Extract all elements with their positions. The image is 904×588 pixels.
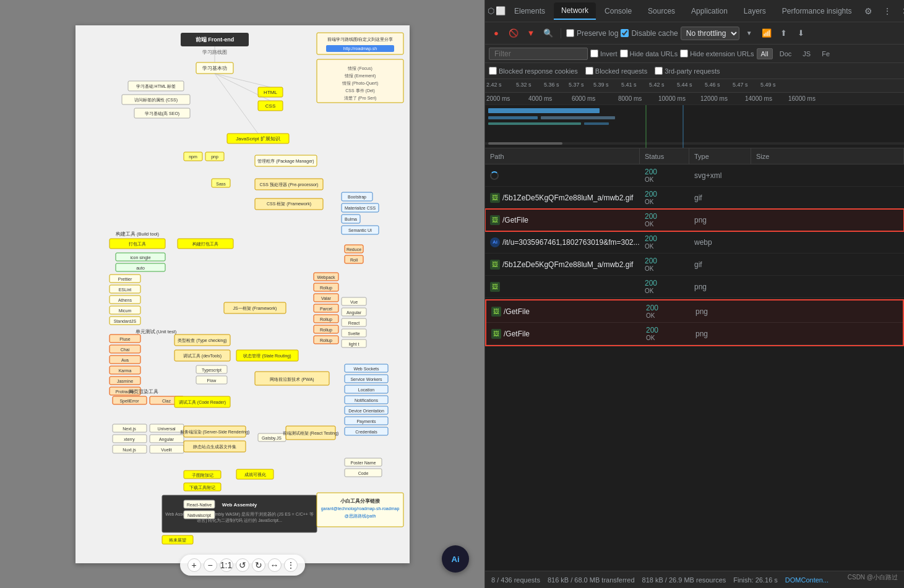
throttle-down-icon[interactable]: ▼ [742,26,757,41]
svg-text:Gatsby.JS: Gatsby.JS [262,436,282,441]
svg-text:Next.js: Next.js [123,427,136,432]
blocked-response-cookies-checkbox[interactable] [489,67,497,75]
more-button[interactable]: ⋮ [284,558,298,572]
zoom-fit-button[interactable]: 1:1 [220,558,233,572]
svg-text:Chai: Chai [120,347,129,352]
svg-text:Prettier: Prettier [118,277,132,281]
filter-toggle-button[interactable]: ▼ [523,26,538,41]
tick-1: 5.32 s [516,82,532,88]
settings-icon-button[interactable]: ⚙ [861,3,877,19]
tab-console[interactable]: Console [597,3,639,19]
th-size[interactable]: Size [751,148,904,164]
undo-button[interactable]: ↺ [236,558,249,572]
zoom-in-button[interactable]: + [187,558,201,572]
image-icon: 🖼 [490,282,500,292]
ai-badge[interactable]: Ai [442,545,469,573]
requests-table[interactable]: 200 OK svg+xml 🖼 /5b1ZeDe5KgQFm2e88luM_a… [485,164,904,571]
loading-spinner-icon [490,171,499,180]
row-6-path: 🖼 [485,276,640,297]
disable-cache-checkbox[interactable] [621,29,629,37]
hide-data-urls-label[interactable]: Hide data URLs [620,49,678,58]
filter-input[interactable] [489,48,588,60]
row-1-type: svg+xml [689,164,751,186]
throttle-select[interactable]: No throttling [681,27,739,40]
svg-text:网络前沿新技术 (PWA): 网络前沿新技术 (PWA) [270,377,314,382]
row-6-status: 200 OK [640,276,689,297]
svg-text:xterry: xterry [124,437,135,442]
svg-text:服务端渲染 (Server-Side Rendering): 服务端渲染 (Server-Side Rendering) [179,430,249,435]
invert-checkbox[interactable] [590,49,598,58]
tab-performance-insights[interactable]: Performance insights [775,3,859,19]
clear-button[interactable]: 🚫 [506,26,521,41]
filter-doc-button[interactable]: Doc [775,48,796,59]
filter-all-button[interactable]: All [757,48,773,59]
move-button[interactable]: ↔ [268,558,282,572]
table-row[interactable]: 200 OK svg+xml [485,164,904,187]
th-status[interactable]: Status [640,148,689,164]
tab-sources[interactable]: Sources [640,3,682,19]
svg-text:静态站点生成器文件集: 静态站点生成器文件集 [193,445,236,450]
preserve-log-label[interactable]: Preserve log [566,29,618,38]
svg-text:调试工具 (devTools): 调试工具 (devTools) [183,354,221,359]
table-row[interactable]: 🖼 /GetFile 200 OK png [486,323,903,345]
svg-text:Webpack: Webpack [317,275,335,280]
svg-rect-192 [488,116,538,119]
devtools-tabs: ⬡ ⬜ Elements Network Console Sources App… [485,0,904,22]
disable-cache-label[interactable]: Disable cache [621,29,678,38]
zoom-out-button[interactable]: − [204,558,217,572]
blocked-requests-label[interactable]: Blocked requests [585,67,647,75]
row-5-path: 🖼 /5b1ZeDe5KgQFm2e88luM_a/mwb2.gif [485,254,640,275]
row-3-path: 🖼 /GetFile [485,209,640,231]
table-row[interactable]: 🖼 /5b1ZeDe5KgQFm2e88luM_a/mwb2.gif 200 O… [485,254,904,276]
third-party-requests-checkbox[interactable] [655,67,663,75]
row-2-type: gif [689,187,751,208]
hide-extension-urls-checkbox[interactable] [680,49,688,58]
table-row[interactable]: 🖼 200 OK png [485,276,904,298]
filter-fe-button[interactable]: Fe [817,48,834,59]
blocked-requests-checkbox[interactable] [585,67,593,75]
highlighted-group: 🖼 /GetFile 200 OK png 🖼 /GetFile [485,299,904,346]
svg-text:单元测试 (Unit test): 单元测试 (Unit test) [135,329,176,334]
wifi-icon-button[interactable]: 📶 [759,26,774,41]
close-devtools-button[interactable]: ✕ [898,3,904,19]
tab-layers[interactable]: Layers [736,3,773,19]
filter-js-button[interactable]: JS [798,48,815,59]
more-tools-button[interactable]: ⋮ [879,3,895,19]
record-button[interactable]: ● [489,26,504,41]
tab-elements[interactable]: Elements [507,3,553,19]
svg-rect-193 [541,116,615,119]
row-4-size [751,231,904,253]
tab-application[interactable]: Application [684,3,735,19]
th-type[interactable]: Type [689,148,751,164]
image-icon: 🖼 [491,329,501,339]
row-7-type: png [691,300,752,322]
row-3-type: png [689,209,751,231]
redo-button[interactable]: ↻ [252,558,265,572]
ms-label-7: 16000 ms [788,95,816,102]
device-toggle-button[interactable]: ⬜ [496,4,506,19]
hide-data-urls-checkbox[interactable] [620,49,628,58]
table-row[interactable]: 🖼 /GetFile 200 OK png [486,300,903,323]
invert-label[interactable]: Invert [590,49,618,58]
svg-text:pnp: pnp [211,155,218,160]
preserve-log-checkbox[interactable] [566,29,574,37]
blocked-response-cookies-label[interactable]: Blocked response cookies [489,67,578,75]
inspect-element-button[interactable]: ⬡ [488,4,494,19]
row-1-path [485,164,640,186]
tick-6: 5.42 s [649,82,665,88]
search-button[interactable]: 🔍 [541,26,556,41]
table-row[interactable]: 🖼 /GetFile 200 OK png [485,209,904,231]
svg-text:Semantic UI: Semantic UI [348,228,371,232]
svg-text:Athens: Athens [118,298,132,302]
tab-network[interactable]: Network [554,2,596,20]
svg-text:学习基础(高 SEO): 学习基础(高 SEO) [144,111,179,116]
table-row[interactable]: 🖼 /5b1ZeDe5KgQFm2e88luM_a/mwb2.gif 200 O… [485,187,904,209]
hide-extension-urls-label[interactable]: Hide extension URLs [680,49,754,58]
third-party-requests-label[interactable]: 3rd-party requests [655,67,720,75]
table-row[interactable]: Ai /it/u=3035967461,1802763019&fm=302...… [485,231,904,254]
th-path[interactable]: Path [485,148,640,164]
download-icon-button[interactable]: ⬇ [794,26,809,41]
transferred-size: 816 kB / 68.0 MB transferred [548,576,635,584]
ms-label-5: 12000 ms [700,95,728,102]
upload-icon-button[interactable]: ⬆ [777,26,791,41]
